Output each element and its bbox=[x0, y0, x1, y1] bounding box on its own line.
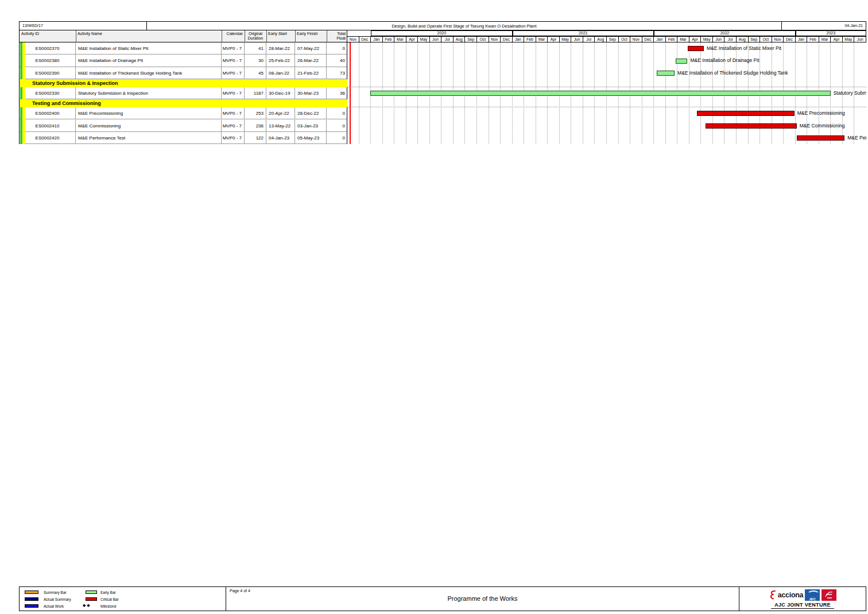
gantt-bar-critical bbox=[697, 111, 795, 116]
month-cell: Nov bbox=[772, 37, 784, 42]
cell-duration: 122 bbox=[245, 132, 266, 144]
activity-row: ES0002370M&E Installation of Static Mixe… bbox=[20, 42, 347, 55]
gantt-sheet: 13/WSD/17 Design, Build and Operate Firs… bbox=[19, 21, 866, 144]
cell-calendar: MVP0 - 7 bbox=[222, 67, 245, 79]
cell-total-float: 0 bbox=[327, 42, 347, 55]
activity-row: ES0002380M&E Installation of Drainage Pi… bbox=[20, 55, 347, 67]
bar-label: M&E Performance Test bbox=[847, 132, 866, 144]
cell-calendar: MVP0 - 7 bbox=[222, 87, 245, 99]
month-cell: Sep bbox=[607, 37, 619, 42]
month-cell: Aug bbox=[737, 37, 749, 42]
cell-early-finish: 30-Mar-23 bbox=[295, 87, 327, 99]
month-cell: Oct bbox=[760, 37, 772, 42]
timeline-year-row: 2020202120222023 bbox=[347, 30, 866, 36]
month-cell: Oct bbox=[619, 37, 631, 42]
year-band-2023: 2023 bbox=[796, 30, 866, 36]
col-activity-id: Activity ID bbox=[21, 32, 39, 36]
cell-total-float: 40 bbox=[327, 55, 347, 67]
critical-bar-swatch bbox=[86, 597, 97, 601]
cscec-logo bbox=[822, 589, 836, 601]
header-divider bbox=[295, 30, 296, 42]
cell-early-finish: 03-Jan-23 bbox=[295, 120, 327, 132]
page-number: Page 4 of 4 bbox=[230, 589, 250, 593]
summary-bar-swatch bbox=[25, 590, 38, 594]
activity-row: ES0002420M&E Performance TestMVP0 - 7122… bbox=[20, 132, 347, 144]
joint-venture-logos: acciona JEC AJC JOINT VENTURE bbox=[739, 587, 866, 611]
gantt-bar-early bbox=[676, 59, 687, 64]
cell-duration: 45 bbox=[245, 67, 266, 79]
legend-label: Actual Summary bbox=[44, 597, 71, 601]
header-divider bbox=[327, 30, 327, 42]
year-band-2022: 2022 bbox=[654, 30, 796, 36]
cell-activity-id: ES0002370 bbox=[20, 42, 76, 55]
month-cell: Jan bbox=[796, 37, 808, 42]
report-title: Programme of the Works bbox=[226, 587, 739, 602]
col-original-duration: Original Duration bbox=[245, 32, 266, 41]
month-cell: Mar bbox=[536, 37, 548, 42]
group-band-row: Statutory Submission & Inspection bbox=[20, 79, 347, 87]
col-early-finish: Early Finish bbox=[297, 32, 318, 36]
cell-duration: 236 bbox=[245, 120, 266, 132]
cell-early-finish: 07-May-22 bbox=[295, 42, 327, 55]
cell-duration: 253 bbox=[245, 107, 266, 119]
cell-early-finish: 05-May-23 bbox=[295, 132, 327, 144]
month-cell: Apr bbox=[548, 37, 560, 42]
legend-label: Summary Bar bbox=[44, 590, 67, 594]
activity-row: ES0002390M&E Installation of Thickened S… bbox=[20, 67, 347, 79]
bar-label: M&E Installation of Thickened Sludge Hol… bbox=[677, 67, 788, 79]
cell-activity-name: M&E Installation of Drainage Pit bbox=[76, 55, 222, 67]
year-band-2020: 2020 bbox=[371, 30, 513, 36]
month-cell: Feb bbox=[666, 37, 678, 42]
sheet-title-bar: 13/WSD/17 Design, Build and Operate Firs… bbox=[20, 22, 866, 30]
acciona-logo: acciona bbox=[778, 591, 803, 599]
bar-label: M&E Installation of Static Mixer Pit bbox=[707, 42, 781, 55]
cell-total-float: 73 bbox=[327, 67, 347, 79]
month-cell: Jun bbox=[571, 37, 583, 42]
activity-row: ES0002410M&E CommissioningMVP0 - 723613-… bbox=[20, 120, 347, 132]
month-cell: Nov bbox=[347, 37, 359, 42]
month-cell: Jul bbox=[441, 37, 454, 42]
month-cell: Feb bbox=[807, 37, 819, 42]
cell-duration: 30 bbox=[245, 55, 266, 67]
cell-total-float: 0 bbox=[327, 132, 347, 144]
month-cell: Dec bbox=[359, 37, 371, 42]
month-cell: Jan bbox=[654, 37, 666, 42]
cell-activity-id: ES0002420 bbox=[20, 132, 76, 144]
document-reference: 13/WSD/17 bbox=[20, 22, 147, 30]
bar-label: Statutory Submission & Inspection bbox=[834, 87, 866, 99]
month-cell: Jan bbox=[513, 37, 525, 42]
month-cell: Mar bbox=[819, 37, 831, 42]
cell-duration: 1187 bbox=[245, 87, 266, 99]
cscec-emblem-icon bbox=[824, 590, 834, 599]
month-cell: Sep bbox=[465, 37, 477, 42]
gantt-chart-area: M&E Installation of Static Mixer PitM&E … bbox=[347, 42, 866, 144]
activity-row: ES0002330Statutory Submission & Inspecti… bbox=[20, 87, 347, 99]
month-cell: May bbox=[701, 37, 713, 42]
data-date-line bbox=[350, 42, 351, 144]
gantt-bar-critical bbox=[797, 135, 845, 141]
cell-activity-name: M&E Installation of Static Mixer Pit bbox=[76, 42, 222, 55]
month-cell: Jul bbox=[724, 37, 737, 42]
acciona-mark-icon bbox=[769, 590, 776, 600]
activity-table-body: ES0002370M&E Installation of Static Mixe… bbox=[20, 42, 347, 144]
month-cell: Aug bbox=[454, 37, 466, 42]
month-cell: Dec bbox=[501, 37, 513, 42]
bar-label: M&E Precomissioning bbox=[797, 107, 845, 119]
month-cell: Apr bbox=[831, 37, 843, 42]
logo-row: acciona JEC bbox=[769, 589, 836, 601]
cell-early-start: 28-Mar-22 bbox=[266, 42, 295, 55]
cell-early-finish: 28-Dec-22 bbox=[295, 107, 327, 119]
month-cell: Feb bbox=[524, 37, 536, 42]
col-calendar: Calendar bbox=[222, 32, 243, 36]
header-divider bbox=[266, 30, 267, 42]
bar-label: M&E Installation of Drainage Pit bbox=[691, 55, 760, 67]
cell-activity-name: Statutory Submission & Inspection bbox=[76, 87, 222, 99]
header-divider bbox=[245, 30, 245, 42]
month-cell: Mar bbox=[394, 37, 406, 42]
month-cell: Apr bbox=[689, 37, 702, 42]
month-cell: Aug bbox=[595, 37, 607, 42]
cell-calendar: MVP0 - 7 bbox=[222, 120, 245, 132]
bar-legend: Summary BarActual SummaryActual WorkEarl… bbox=[20, 587, 226, 611]
actual-summary-swatch bbox=[25, 597, 38, 601]
gantt-bar-critical bbox=[706, 123, 796, 129]
